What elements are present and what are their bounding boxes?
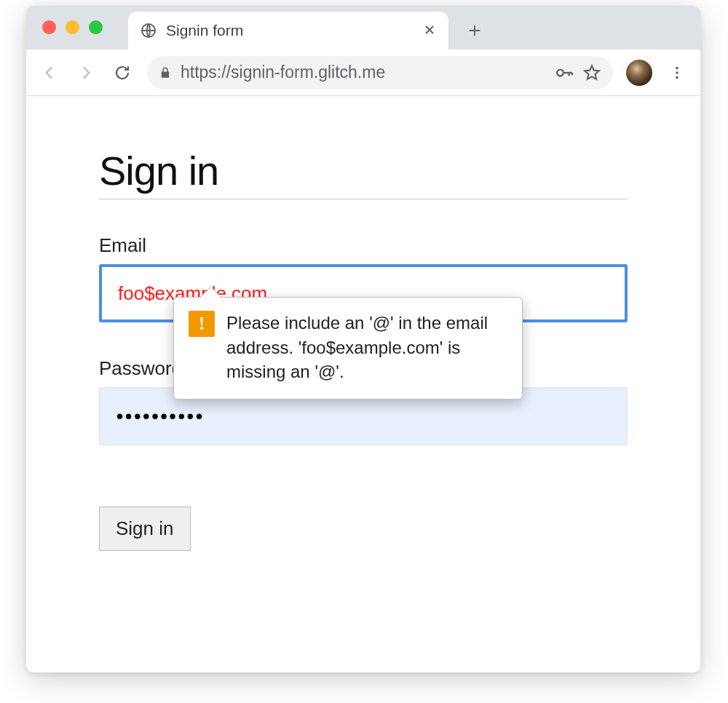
svg-point-1 bbox=[557, 69, 563, 76]
close-tab-icon[interactable] bbox=[424, 24, 437, 37]
url-text: https://signin-form.glitch.me bbox=[181, 63, 546, 82]
browser-toolbar: https://signin-form.glitch.me bbox=[26, 49, 700, 96]
forward-button[interactable] bbox=[70, 57, 102, 89]
validation-message: Please include an '@' in the email addre… bbox=[226, 311, 507, 384]
star-icon[interactable] bbox=[582, 63, 601, 82]
close-window-button[interactable] bbox=[42, 20, 56, 34]
email-field-group: Email ! Please include an '@' in the ema… bbox=[99, 234, 628, 322]
new-tab-button[interactable] bbox=[460, 16, 489, 45]
svg-point-2 bbox=[676, 66, 678, 69]
warning-icon: ! bbox=[189, 311, 215, 337]
titlebar: Signin form bbox=[26, 6, 700, 49]
svg-point-4 bbox=[676, 76, 678, 79]
maximize-window-button[interactable] bbox=[89, 20, 103, 34]
page-title: Sign in bbox=[99, 147, 628, 199]
lock-icon bbox=[159, 66, 172, 79]
validation-tooltip: ! Please include an '@' in the email add… bbox=[173, 297, 523, 400]
avatar[interactable] bbox=[626, 60, 652, 86]
window-controls bbox=[42, 20, 103, 34]
sign-in-button[interactable]: Sign in bbox=[99, 507, 191, 551]
back-button[interactable] bbox=[33, 57, 66, 89]
minimize-window-button[interactable] bbox=[66, 20, 79, 34]
globe-icon bbox=[140, 22, 157, 39]
browser-window: Signin form bbox=[26, 6, 700, 672]
tab-title: Signin form bbox=[166, 22, 424, 39]
browser-tab[interactable]: Signin form bbox=[128, 12, 448, 49]
menu-button[interactable] bbox=[661, 57, 693, 89]
svg-point-3 bbox=[676, 71, 678, 74]
address-bar[interactable]: https://signin-form.glitch.me bbox=[147, 56, 613, 90]
key-icon[interactable] bbox=[555, 63, 574, 82]
page-content: Sign in Email ! Please include an '@' in… bbox=[26, 96, 700, 580]
email-label: Email bbox=[99, 234, 628, 257]
reload-button[interactable] bbox=[106, 57, 138, 89]
